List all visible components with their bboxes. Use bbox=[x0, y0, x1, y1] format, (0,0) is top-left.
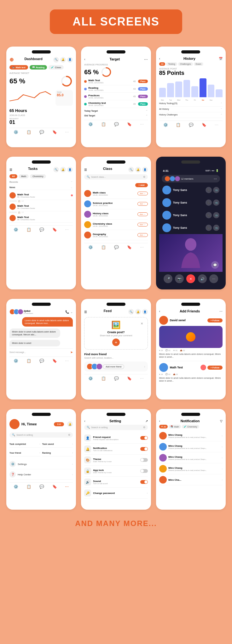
notif-item-3[interactable]: Wiro Chang Shared professional as is rea… bbox=[159, 463, 223, 474]
video-vid-btn-3[interactable]: 📹 bbox=[213, 225, 219, 231]
feednav-2[interactable]: 📋 bbox=[101, 376, 106, 381]
video-menu[interactable]: ··· bbox=[214, 176, 217, 181]
class-search-input[interactable]: Search class... bbox=[91, 176, 142, 178]
end-call-btn[interactable]: ✕ bbox=[186, 274, 195, 283]
feed-avatar[interactable]: 👤 bbox=[142, 309, 148, 315]
bell-icon[interactable]: 🔔 bbox=[60, 57, 66, 63]
add-class-button[interactable]: + Add bbox=[135, 183, 148, 187]
help-nav-item[interactable]: ❓ Help Center › bbox=[9, 469, 73, 480]
task-filter-all[interactable]: All bbox=[9, 174, 17, 178]
chem-pill[interactable]: 🧪 Chem bbox=[49, 65, 63, 70]
chatnav-2[interactable]: 📋 bbox=[26, 359, 31, 363]
video-call-btn-3[interactable]: 📞 bbox=[206, 225, 212, 231]
class-avatar[interactable]: 👤 bbox=[142, 167, 148, 172]
video-call-btn-1[interactable]: 📞 bbox=[206, 199, 212, 206]
join-btn-2[interactable]: Join → bbox=[137, 212, 148, 216]
settings-search-bar[interactable]: 🔍 Search in setting ⚙ bbox=[84, 425, 148, 430]
settings-item-4[interactable]: 🔊 Sound Turn on all sound bbox=[84, 477, 148, 488]
profile-search-input[interactable]: Search in setting bbox=[16, 434, 67, 436]
nav-more[interactable]: ⋯ bbox=[65, 130, 69, 134]
tasknav-5[interactable]: ⋯ bbox=[65, 227, 69, 232]
feed-friends-row[interactable]: Add more friend › bbox=[84, 361, 148, 372]
feednav-3[interactable]: 💬 bbox=[114, 376, 119, 381]
profile-filter-icon[interactable]: ⚙ bbox=[68, 434, 70, 436]
notif-item-1[interactable]: Wiro Chang Shared professional as is rea… bbox=[159, 441, 223, 452]
tasknav-2[interactable]: 📋 bbox=[26, 227, 31, 232]
profile-stat-0[interactable]: Task completed › bbox=[9, 441, 40, 448]
classnav-3[interactable]: 💬 bbox=[114, 245, 119, 249]
feed-search-icon[interactable]: 🔍 bbox=[128, 309, 134, 315]
video-vid-btn-0[interactable]: 📹 bbox=[213, 187, 219, 193]
classnav-2[interactable]: 📋 bbox=[101, 245, 106, 249]
settings-toggle-4[interactable] bbox=[140, 480, 148, 484]
class-item-2[interactable]: History class 16:20, 22/12/2021 Join → bbox=[84, 209, 148, 220]
filter-exam[interactable]: Exam bbox=[194, 62, 203, 66]
back-button[interactable]: ‹ bbox=[84, 58, 85, 61]
task-item-2[interactable]: Math Test Mr. Chouineus Sante bbox=[9, 214, 73, 223]
notif-item-0[interactable]: Wiro Chang Shared professional as is rea… bbox=[159, 430, 223, 441]
feed-bell-icon[interactable]: 🔔 bbox=[135, 309, 141, 315]
profnav-1[interactable]: ⚙️ bbox=[14, 484, 18, 489]
join-btn-4[interactable]: Join → bbox=[137, 233, 148, 237]
target-btn-2[interactable]: Pass bbox=[138, 95, 148, 98]
task-filter-math[interactable]: Math bbox=[19, 174, 29, 178]
more-btn[interactable]: ⋯ bbox=[209, 274, 218, 283]
target-menu[interactable]: ··· bbox=[144, 57, 148, 62]
profile-bell-icon[interactable]: 🔔 bbox=[67, 421, 73, 427]
classnav-5[interactable]: ⋯ bbox=[140, 245, 144, 249]
task-item-0[interactable]: Math Test Mr. Chouineus Sante bbox=[9, 191, 73, 200]
settings-item-5[interactable]: 🔑 Change password › bbox=[84, 488, 148, 499]
tasknav-4[interactable]: 🔖 bbox=[52, 227, 57, 232]
tnav-4[interactable]: 🔖 bbox=[127, 122, 132, 126]
close-post-button[interactable]: ✕ bbox=[141, 322, 143, 325]
filter-icon[interactable]: ⚙ bbox=[143, 176, 145, 178]
profnav-3[interactable]: 💬 bbox=[39, 484, 44, 489]
history-chevron-1[interactable]: ⌃ bbox=[220, 108, 223, 111]
chatnav-3[interactable]: 💬 bbox=[39, 359, 44, 363]
profile-search-bar[interactable]: 🔍 Search in setting ⚙ bbox=[9, 432, 73, 438]
recents-chevron[interactable]: ⌃ bbox=[71, 181, 73, 184]
class-bell-icon[interactable]: 🔔 bbox=[135, 167, 141, 172]
settings-item-0[interactable]: 👤 Friend request Friend request sub desc… bbox=[84, 433, 148, 444]
settings-toggle-0[interactable] bbox=[140, 436, 148, 440]
join-btn-0[interactable]: Join → bbox=[137, 192, 148, 195]
history-chevron-0[interactable]: ⌃ bbox=[220, 102, 223, 105]
target-btn-1[interactable]: Pass bbox=[138, 87, 148, 91]
hnav-4[interactable]: 🔖 bbox=[202, 123, 206, 127]
task-item-1[interactable]: Math Test Mr. Chouineus Sante bbox=[9, 202, 73, 211]
af-menu[interactable]: ··· bbox=[219, 309, 223, 313]
notif-item-4[interactable]: Wiro Cha... › bbox=[159, 474, 223, 485]
notif-filter-icon[interactable]: ▽ bbox=[220, 419, 223, 423]
nav-tasks[interactable]: 📋 bbox=[26, 130, 31, 134]
camera-btn[interactable]: 📷 bbox=[175, 274, 184, 283]
tasknav-1[interactable]: ⚙️ bbox=[14, 227, 18, 232]
profnav-4[interactable]: 🔖 bbox=[52, 484, 57, 489]
chatnav-1[interactable]: ⚙️ bbox=[14, 359, 18, 363]
nav-bookmark[interactable]: 🔖 bbox=[52, 130, 57, 134]
feednav-1[interactable]: ⚙️ bbox=[88, 376, 93, 381]
profnav-5[interactable]: ⋯ bbox=[65, 484, 69, 489]
target-btn-3[interactable]: Pass bbox=[138, 102, 148, 106]
chatnav-5[interactable]: ⋯ bbox=[65, 359, 69, 363]
math-pill[interactable]: 📚 Math test bbox=[9, 65, 28, 70]
speaker-btn[interactable]: 🔊 bbox=[198, 274, 207, 283]
task-filter-chem[interactable]: Chemistry bbox=[30, 174, 46, 178]
join-btn-3[interactable]: Join → bbox=[137, 223, 148, 227]
follow-btn-1[interactable]: + Follow bbox=[207, 318, 223, 322]
chevron-today[interactable]: ⌃ bbox=[146, 110, 148, 113]
class-item-0[interactable]: Math class 16:20, 22/12/2021 Join → bbox=[84, 188, 148, 199]
create-post-button[interactable]: + bbox=[112, 339, 120, 346]
calendar-icon[interactable]: 📅 bbox=[219, 57, 223, 60]
classnav-1[interactable]: ⚙️ bbox=[88, 245, 93, 249]
settings-item-1[interactable]: 🔔 Notification Turn on all notifications bbox=[84, 444, 148, 455]
notif-item-2[interactable]: Wiro Chang Shared professional as is rea… bbox=[159, 452, 223, 463]
hnav-5[interactable]: ⋯ bbox=[215, 123, 218, 127]
settings-item-2[interactable]: 🎨 Theme Dark Theme try it now bbox=[84, 455, 148, 466]
class-item-4[interactable]: Geography 16:20, 22/12/2021 Join → bbox=[84, 230, 148, 240]
tasks-bell-icon[interactable]: 🔔 bbox=[60, 167, 66, 172]
profile-edit-btn[interactable]: Edit bbox=[54, 422, 64, 426]
feednav-5[interactable]: ⋯ bbox=[140, 376, 144, 381]
profile-stat-1[interactable]: Task saved › bbox=[42, 441, 73, 448]
video-vid-btn-2[interactable]: 📹 bbox=[213, 212, 219, 218]
video-vid-btn-1[interactable]: 📹 bbox=[213, 199, 219, 206]
